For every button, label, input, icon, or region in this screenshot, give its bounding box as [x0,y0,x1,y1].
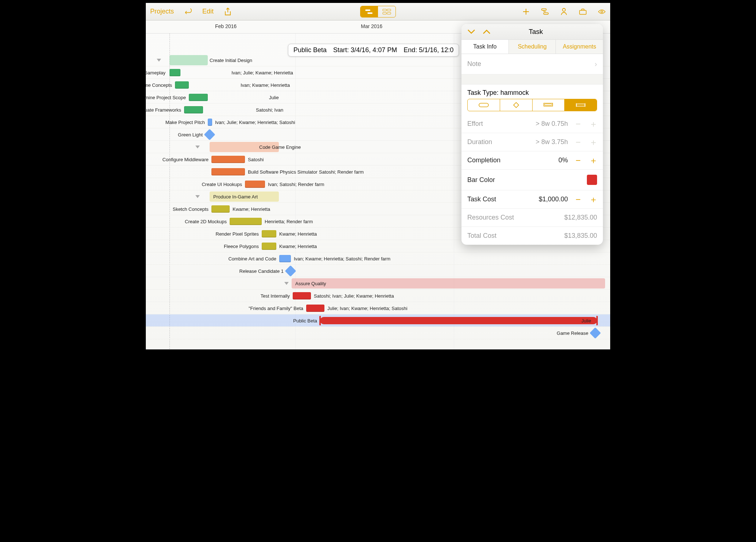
milestone-diamond[interactable] [204,129,215,140]
task-bar[interactable] [189,94,208,101]
gantt-row[interactable]: Game Release [146,327,610,339]
task-cost-minus[interactable]: − [574,196,582,203]
type-milestone-button[interactable] [500,99,533,111]
task-label: Code Game Engine [259,144,301,150]
task-label: Combine Art and Code [228,256,276,261]
task-bar[interactable] [262,230,276,237]
task-resources: Kwame; Henrietta [279,243,317,249]
group-bar[interactable] [292,278,605,289]
edit-button[interactable]: Edit [202,8,214,15]
effort-label: Effort [467,120,535,128]
edit-label: Edit [202,8,214,15]
note-row[interactable]: Note › [461,54,603,74]
milestone-diamond[interactable] [285,265,296,276]
briefcase-button[interactable] [579,8,587,16]
task-inspector-button[interactable] [541,8,549,16]
task-resources: Satoshi; Ivan; Julie; Kwame; Henrietta [314,293,394,298]
task-bar[interactable] [211,168,245,175]
task-bar[interactable] [230,218,262,225]
duration-plus[interactable]: ＋ [590,139,597,146]
total-cost-value: $13,835.00 [564,232,597,240]
prev-task-button[interactable] [467,29,475,34]
task-bar[interactable] [175,81,189,89]
toolbar: Projects Edit [146,3,610,20]
task-resources: Kwame; Henrietta [233,206,270,212]
task-resources: Julie [581,318,591,323]
milestone-diamond[interactable] [589,327,601,338]
task-resources: Satoshi; Ivan [256,107,283,112]
outline-view-button[interactable] [378,6,395,17]
task-bar[interactable] [211,205,230,213]
disclosure-triangle-icon[interactable] [195,146,200,148]
total-cost-row: Total Cost $13,835.00 [461,227,603,245]
month-label-mar: Mar 2016 [361,23,382,29]
add-task-button[interactable] [522,8,530,16]
task-bar[interactable] [184,106,203,113]
effort-minus[interactable]: − [574,120,582,128]
task-resources: Ivan; Julie; Kwame; Henrietta [231,70,293,75]
task-bar[interactable] [279,255,291,262]
effort-plus[interactable]: ＋ [590,120,597,128]
task-label: Create Initial Design [210,57,252,63]
task-cost-row: Task Cost $1,000.00 −＋ [461,190,603,209]
duration-row: Duration > 8w 3.75h −＋ [461,133,603,151]
type-group-button[interactable] [533,99,565,111]
completion-minus[interactable]: − [574,157,582,164]
task-label: Configure Middleware [163,156,209,162]
task-label: Create 2D Mockups [185,218,227,224]
disclosure-triangle-icon[interactable] [284,282,289,285]
duration-minus[interactable]: − [574,139,582,146]
type-task-button[interactable] [468,99,500,111]
tab-assignments[interactable]: Assignments [556,40,603,54]
undo-icon [184,8,192,16]
note-label: Note [467,60,595,68]
popup-end: End: 5/1/16, 12:0 [404,46,453,54]
gantt-row[interactable]: Assure Quality [146,277,610,290]
tab-task-info[interactable]: Task Info [461,40,509,54]
task-resources: Ivan; Satoshi; Render farm [268,181,324,187]
completion-plus[interactable]: ＋ [590,157,597,164]
gantt-row[interactable]: "Friends and Family" BetaJulie; Ivan; Kw… [146,302,610,314]
svg-rect-7 [543,12,548,14]
app-window: Projects Edit [143,0,613,352]
gantt-row[interactable]: Combine Art and CodeIvan; Kwame; Henriet… [146,252,610,265]
type-hammock-button[interactable] [565,99,597,111]
bar-color-swatch[interactable] [587,175,597,185]
task-bar[interactable] [208,119,212,126]
svg-rect-5 [387,12,391,14]
share-button[interactable] [224,8,232,16]
task-resources: Henrietta; Render farm [265,218,313,224]
gantt-row[interactable]: Public BetaJulie [146,314,610,327]
task-type-segment [467,99,597,111]
task-bar[interactable] [306,305,324,312]
group-bar[interactable] [169,55,208,65]
gantt-view-button[interactable] [361,6,378,17]
task-bar[interactable] [262,243,276,250]
task-bar[interactable] [320,317,597,324]
undo-button[interactable] [184,8,192,16]
task-label: Refine Game Concepts [146,82,172,88]
task-bar[interactable] [293,292,311,299]
disclosure-triangle-icon[interactable] [195,195,200,198]
next-task-button[interactable] [483,29,491,34]
tab-scheduling[interactable]: Scheduling [509,40,556,54]
task-label: Test Internally [261,293,290,298]
task-resources: Satoshi; Render farm [319,169,364,174]
task-label: Game Release [557,330,588,336]
disclosure-triangle-icon[interactable] [157,59,161,62]
view-options-button[interactable] [598,8,606,16]
gantt-row[interactable]: Release Candidate 1 [146,265,610,277]
chevron-right-icon: › [595,60,597,68]
svg-rect-6 [542,8,546,10]
resources-button[interactable] [560,8,568,16]
task-bar[interactable] [245,181,265,188]
svg-rect-3 [387,9,391,11]
task-bar[interactable] [169,69,180,76]
gantt-row[interactable]: Test InternallySatoshi; Ivan; Julie; Kwa… [146,290,610,302]
projects-button[interactable]: Projects [150,8,174,15]
task-bar[interactable] [211,156,245,163]
bar-color-row[interactable]: Bar Color [461,170,603,190]
task-cost-plus[interactable]: ＋ [590,196,597,203]
duration-label: Duration [467,138,535,146]
svg-rect-0 [365,9,370,11]
